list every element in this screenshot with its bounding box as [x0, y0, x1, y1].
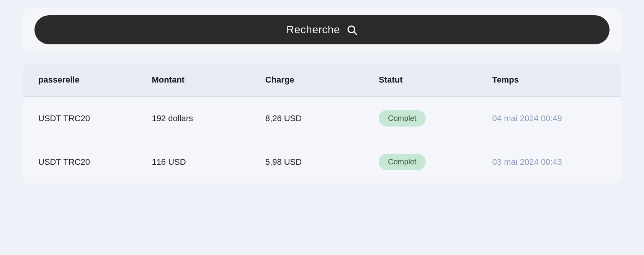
status-badge-1: Complet	[379, 110, 425, 127]
search-bar[interactable]: Recherche	[34, 15, 610, 44]
cell-temps-2: 03 mai 2024 00:43	[492, 157, 606, 167]
cell-passerelle-2: USDT TRC20	[38, 157, 152, 167]
header-statut: Statut	[379, 75, 492, 85]
table-row: USDT TRC20 116 USD 5,98 USD Complet 03 m…	[23, 140, 621, 184]
table-row: USDT TRC20 192 dollars 8,26 USD Complet …	[23, 97, 621, 140]
cell-charge-2: 5,98 USD	[265, 157, 379, 167]
header-passerelle: passerelle	[38, 75, 152, 85]
cell-montant-1: 192 dollars	[152, 114, 265, 123]
header-charge: Charge	[265, 75, 379, 85]
search-label: Recherche	[286, 24, 340, 36]
table-header: passerelle Montant Charge Statut Temps	[23, 63, 621, 97]
cell-statut-2: Complet	[379, 154, 492, 170]
search-section: Recherche	[23, 8, 621, 52]
search-icon	[346, 24, 358, 36]
cell-temps-1: 04 mai 2024 00:49	[492, 114, 606, 123]
cell-passerelle-1: USDT TRC20	[38, 114, 152, 123]
status-badge-2: Complet	[379, 154, 425, 170]
cell-charge-1: 8,26 USD	[265, 114, 379, 123]
cell-statut-1: Complet	[379, 110, 492, 127]
header-temps: Temps	[492, 75, 606, 85]
cell-montant-2: 116 USD	[152, 157, 265, 167]
header-montant: Montant	[152, 75, 265, 85]
svg-line-1	[354, 32, 357, 35]
transactions-table: passerelle Montant Charge Statut Temps U…	[23, 63, 621, 184]
